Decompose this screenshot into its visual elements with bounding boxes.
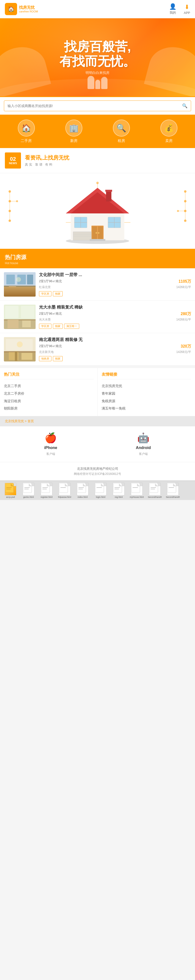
property-item-3[interactable]: 南北通透两居 精装修 无 2室1厅96㎡南北 320万 北京新天地 14268元… <box>0 333 195 366</box>
taskbar-item-0[interactable]: accp.psd <box>2 483 19 498</box>
taskbar-item-3[interactable]: fnlpassw.html <box>56 483 73 498</box>
prop-meta-1: 2室1厅96㎡南北 1105万 <box>39 279 191 284</box>
taskbar-item-7[interactable]: myHouse.html <box>128 483 145 498</box>
hot-link-0[interactable]: 北京二手房 <box>4 382 94 390</box>
svg-point-47 <box>16 277 21 282</box>
cat-icon-xinfang: 🏢 <box>65 119 82 137</box>
taskbar-item-5[interactable]: login.html <box>92 483 109 498</box>
svg-rect-81 <box>78 489 83 489</box>
property-info-3: 南北通透两居 精装修 无 2室1厅96㎡南北 320万 北京新天地 14268元… <box>39 337 191 361</box>
cat-label-zufang: 租房 <box>118 138 125 143</box>
search-input-wrap[interactable]: 🔍 <box>4 100 191 111</box>
logo-text: 找房无忧 <box>19 5 38 10</box>
category-xinfang[interactable]: 🏢 新房 <box>65 119 82 143</box>
hot-links-col: 热门关注 北京二手房 北京二手房价 海淀日租房 朝阳新房 <box>0 368 98 416</box>
taskbar-label-7: myHouse.html <box>130 496 144 498</box>
cat-label-ersfang: 二手房 <box>21 138 32 143</box>
hero-title: 找房百般苦, 有找而无忧。 <box>59 40 136 69</box>
search-input[interactable] <box>8 104 182 108</box>
friend-link-3[interactable]: 满五年唯一免税 <box>101 405 191 412</box>
property-item-1[interactable]: 文化部中间层 一层带 ... 2室1厅96㎡南北 1105万 红庙北里 1426… <box>0 268 195 301</box>
family-figures <box>87 76 108 89</box>
breadcrumb-text: 北京找房无忧 > 首页 <box>5 419 34 423</box>
svg-rect-31 <box>73 232 91 240</box>
taskbar-item-1[interactable]: gecko.html <box>20 483 37 498</box>
friend-link-1[interactable]: 青年家园 <box>101 390 191 397</box>
taskbar-item-8[interactable]: SecondHand/t <box>146 483 163 498</box>
friend-links-title: 友情链接 <box>101 372 191 379</box>
prop-meta-3: 2室1厅96㎡南北 320万 <box>39 344 191 349</box>
friend-link-2[interactable]: 免税房源 <box>101 397 191 405</box>
prop-tags-1: 学区房 独家 <box>39 291 191 296</box>
hot-link-2[interactable]: 海淀日租房 <box>4 397 94 405</box>
taskbar-file-0 <box>5 483 16 495</box>
prop-tags-2: 学区房 独家 满五唯一 <box>39 324 191 329</box>
app-ios[interactable]: 🍎 iPhone 客户端 <box>44 432 57 456</box>
property-item-2[interactable]: 光大水墨 精装复式 稀缺 2室1厅96㎡南北 280万 光大水墨 14268元/… <box>0 301 195 333</box>
taskbar-item-2[interactable]: register.html <box>38 483 55 498</box>
cat-label-xinfang: 新房 <box>70 138 78 143</box>
taskbar-file-4 <box>77 483 89 495</box>
svg-rect-34 <box>90 239 105 241</box>
svg-rect-87 <box>114 487 120 488</box>
taskbar-item-6[interactable]: reg.html <box>110 483 127 498</box>
taskbar-file-7 <box>131 483 143 495</box>
prop-price-3: 320万 <box>181 344 191 349</box>
file-icon-0 <box>5 484 17 496</box>
svg-rect-92 <box>150 484 158 493</box>
svg-rect-96 <box>168 484 176 493</box>
logo[interactable]: 🏠 找房无忧 carefree ROOM <box>5 3 38 15</box>
svg-rect-51 <box>21 306 34 318</box>
svg-rect-57 <box>4 351 36 352</box>
prop-unit-price-2: 14268元/平 <box>176 318 191 322</box>
friend-link-0[interactable]: 北京找房无忧 <box>101 382 191 390</box>
app-android-sub: 客户端 <box>139 452 148 456</box>
hot-link-3[interactable]: 朝阳新房 <box>4 405 94 412</box>
svg-rect-80 <box>78 487 84 488</box>
nav-my[interactable]: 👤 我的 <box>169 3 176 15</box>
prop-rooms-3: 2室1厅96㎡南北 <box>39 344 62 349</box>
tag-2-1: 独家 <box>53 324 63 329</box>
hero-title-line2: 有找而无忧。 <box>59 54 136 69</box>
svg-point-61 <box>17 342 23 347</box>
hero-content: 找房百般苦, 有找而无忧。 明明白白来找房 <box>59 40 136 75</box>
taskbar-item-9[interactable]: SecondHand/t <box>164 483 181 498</box>
category-zufang[interactable]: 🔍 租房 <box>113 119 130 143</box>
hot-house-header: 热门房源 Hot house <box>0 250 195 268</box>
logo-house-icon: 🏠 <box>8 6 14 12</box>
nav-app[interactable]: ⬇ APP <box>184 4 190 14</box>
taskbar-label-2: register.html <box>40 496 52 498</box>
category-maifang[interactable]: 💰 卖房 <box>160 119 178 143</box>
taskbar-file-9 <box>167 483 179 495</box>
category-ersfang[interactable]: 🏠 二手房 <box>18 119 35 143</box>
prop-title-2: 光大水墨 精装复式 稀缺 <box>39 305 191 310</box>
taskbar-file-5 <box>95 483 106 495</box>
file-icon-9 <box>168 484 179 496</box>
hot-link-1[interactable]: 北京二手房价 <box>4 390 94 397</box>
svg-rect-60 <box>21 353 32 360</box>
prop-rooms-1: 2室1厅96㎡南北 <box>39 279 62 284</box>
svg-point-23 <box>95 232 97 234</box>
file-icon-4 <box>78 484 89 496</box>
taskbar-label-9: SecondHand/t <box>166 496 180 498</box>
taskbar-file-6 <box>113 483 125 495</box>
app-download: 🍎 iPhone 客户端 🤖 Android 客户端 <box>0 426 195 462</box>
svg-rect-44 <box>4 286 36 287</box>
search-icon[interactable]: 🔍 <box>182 103 187 108</box>
house-illustration <box>0 173 195 250</box>
bottom-links: 热门关注 北京二手房 北京二手房价 海淀日租房 朝阳新房 友情链接 北京找房无忧… <box>0 368 195 416</box>
svg-rect-95 <box>151 489 155 489</box>
app-ios-label: iPhone <box>44 445 57 450</box>
app-android[interactable]: 🤖 Android 客户端 <box>136 432 151 456</box>
svg-rect-75 <box>59 484 68 493</box>
svg-rect-41 <box>6 275 15 285</box>
hero-title-line1: 找房百般苦, <box>59 40 136 54</box>
file-icon-5 <box>95 484 107 496</box>
file-icon-8 <box>150 484 161 496</box>
breadcrumb: 北京找房无忧 > 首页 <box>0 416 195 426</box>
circuit-lines-left <box>7 186 22 235</box>
hot-house-title: 热门房源 <box>5 254 190 261</box>
taskbar-item-4[interactable]: index.html <box>74 483 91 498</box>
prop-rooms-2: 2室1厅96㎡南北 <box>39 312 62 317</box>
svg-marker-17 <box>71 192 124 213</box>
